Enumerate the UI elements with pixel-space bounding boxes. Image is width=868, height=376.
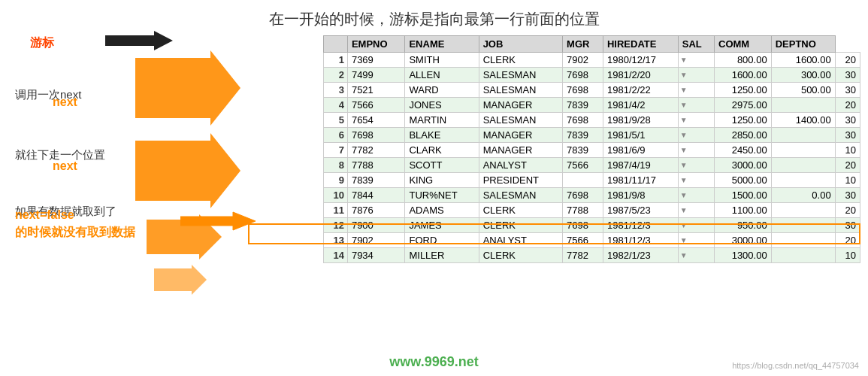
svg-marker-5 xyxy=(180,212,256,230)
table-row: 57654MARTINSALESMAN76981981/9/28▼1250.00… xyxy=(324,113,860,128)
next-false-label: next=false xyxy=(15,208,74,222)
cell-marker: ▼ xyxy=(678,53,714,68)
cell-job: MANAGER xyxy=(479,98,562,113)
table-row: 17369SMITHCLERK79021980/12/17▼800.001600… xyxy=(324,53,860,68)
cell-sal: 1600.00 xyxy=(715,68,772,83)
cell-job: SALESMAN xyxy=(479,188,562,203)
cursor-arrow-icon xyxy=(98,29,173,52)
cell-comm xyxy=(771,98,835,113)
cell-hiredate: 1981/9/28 xyxy=(603,113,678,128)
cell-marker: ▼ xyxy=(678,158,714,173)
cell-hiredate: 1981/2/20 xyxy=(603,68,678,83)
next-label-1: next xyxy=(53,96,77,109)
cell-hiredate: 1982/1/23 xyxy=(603,248,678,263)
cell-mgr: 7839 xyxy=(563,98,603,113)
cell-marker: ▼ xyxy=(678,248,714,263)
table-row: 87788SCOTTANALYST75661987/4/19▼3000.0020 xyxy=(324,158,860,173)
cell-ename: WARD xyxy=(405,83,479,98)
cell-deptno: 10 xyxy=(835,248,860,263)
cell-empno: 7369 xyxy=(347,53,405,68)
cell-deptno: 30 xyxy=(835,113,860,128)
cell-empno: 7839 xyxy=(347,173,405,188)
cell-deptno: 20 xyxy=(835,203,860,218)
cell-mgr: 7902 xyxy=(563,53,603,68)
cell-row-num: 2 xyxy=(324,68,348,83)
cell-ename: MILLER xyxy=(405,248,479,263)
cell-sal: 5000.00 xyxy=(715,173,772,188)
cell-hiredate: 1981/11/17 xyxy=(603,173,678,188)
cell-ename: BLAKE xyxy=(405,128,479,143)
cell-sal: 1100.00 xyxy=(715,203,772,218)
col-mgr: MGR xyxy=(563,36,603,53)
cell-job: PRESIDENT xyxy=(479,173,562,188)
cell-sal: 1250.00 xyxy=(715,113,772,128)
cell-row-num: 7 xyxy=(324,143,348,158)
cell-comm: 1600.00 xyxy=(771,53,835,68)
cell-comm xyxy=(771,143,835,158)
cell-deptno: 30 xyxy=(835,128,860,143)
cell-ename: MARTIN xyxy=(405,113,479,128)
cell-job: MANAGER xyxy=(479,143,562,158)
csdn-label: https://blog.csdn.net/qq_44757034 xyxy=(732,361,859,370)
cell-row-num: 9 xyxy=(324,173,348,188)
cell-empno: 7521 xyxy=(347,83,405,98)
cell-row-num: 5 xyxy=(324,113,348,128)
cell-hiredate: 1981/4/2 xyxy=(603,98,678,113)
next-false-box xyxy=(248,223,860,244)
cell-job: CLERK xyxy=(479,203,562,218)
cell-deptno: 20 xyxy=(835,158,860,173)
table-row: 47566JONESMANAGER78391981/4/2▼2975.0020 xyxy=(324,98,860,113)
cell-row-num: 1 xyxy=(324,53,348,68)
cell-row-num: 14 xyxy=(324,248,348,263)
cell-ename: ALLEN xyxy=(405,68,479,83)
no-data-label: 的时候就没有取到数据 xyxy=(15,225,135,241)
cell-deptno: 30 xyxy=(835,188,860,203)
cell-ename: KING xyxy=(405,173,479,188)
cell-empno: 7782 xyxy=(347,143,405,158)
cell-hiredate: 1981/9/8 xyxy=(603,188,678,203)
cell-mgr: 7839 xyxy=(563,143,603,158)
cell-ename: SCOTT xyxy=(405,158,479,173)
cell-deptno: 20 xyxy=(835,53,860,68)
table-row: 117876ADAMSCLERK77881987/5/23▼1100.0020 xyxy=(324,203,860,218)
cell-row-num: 4 xyxy=(324,98,348,113)
col-deptno: DEPTNO xyxy=(771,36,835,53)
col-empno: EMPNO xyxy=(347,36,405,53)
data-table-area: EMPNO ENAME JOB MGR HIREDATE SAL COMM DE… xyxy=(323,35,860,263)
cell-job: MANAGER xyxy=(479,128,562,143)
watermark: www.9969.net xyxy=(389,354,478,370)
cell-comm xyxy=(771,203,835,218)
cell-job: SALESMAN xyxy=(479,83,562,98)
cell-comm xyxy=(771,248,835,263)
cell-mgr: 7698 xyxy=(563,83,603,98)
cell-comm xyxy=(771,173,835,188)
cell-mgr: 7566 xyxy=(563,158,603,173)
cell-ename: CLARK xyxy=(405,143,479,158)
cell-row-num: 11 xyxy=(324,203,348,218)
cell-hiredate: 1981/5/1 xyxy=(603,128,678,143)
cell-empno: 7499 xyxy=(347,68,405,83)
cell-empno: 7566 xyxy=(347,98,405,113)
cell-mgr: 7698 xyxy=(563,113,603,128)
cell-marker: ▼ xyxy=(678,203,714,218)
cell-sal: 1250.00 xyxy=(715,83,772,98)
cell-hiredate: 1981/6/9 xyxy=(603,143,678,158)
cell-marker: ▼ xyxy=(678,68,714,83)
cell-hiredate: 1980/12/17 xyxy=(603,53,678,68)
cell-sal: 1500.00 xyxy=(715,188,772,203)
cell-deptno: 10 xyxy=(835,173,860,188)
cell-sal: 1300.00 xyxy=(715,248,772,263)
cell-sal: 3000.00 xyxy=(715,158,772,173)
cell-mgr: 7698 xyxy=(563,68,603,83)
col-hiredate: HIREDATE xyxy=(603,36,678,53)
cell-hiredate: 1981/2/22 xyxy=(603,83,678,98)
cell-hiredate: 1987/5/23 xyxy=(603,203,678,218)
cell-job: ANALYST xyxy=(479,158,562,173)
cell-marker: ▼ xyxy=(678,128,714,143)
cell-ename: TUR%NET xyxy=(405,188,479,203)
cell-mgr: 7839 xyxy=(563,128,603,143)
cell-mgr: 7698 xyxy=(563,188,603,203)
cell-hiredate: 1987/4/19 xyxy=(603,158,678,173)
cell-marker: ▼ xyxy=(678,83,714,98)
cell-sal: 2975.00 xyxy=(715,98,772,113)
